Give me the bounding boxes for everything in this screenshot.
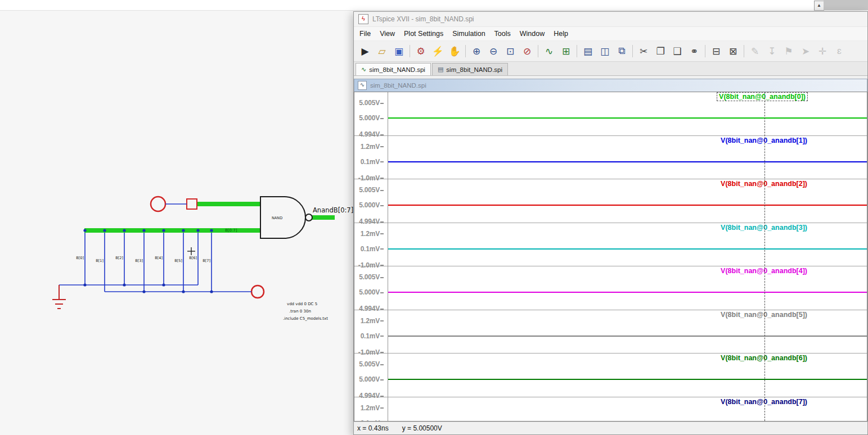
waveform-pane-2: 5.005V5.000V4.994VV(8bit_nan@0_anandb[2]… bbox=[354, 179, 867, 223]
menu-window[interactable]: Window bbox=[515, 28, 549, 39]
zoom-out-icon: ⊖ bbox=[489, 46, 497, 57]
trace-line-2[interactable] bbox=[388, 205, 867, 206]
waveform-tab-icon: ∿ bbox=[361, 66, 366, 73]
find-button[interactable]: ⚭ bbox=[686, 44, 702, 59]
trace-line-3[interactable] bbox=[388, 248, 867, 250]
run-simulation-icon: ⚡ bbox=[431, 46, 443, 57]
open-file-icon: ▱ bbox=[378, 46, 385, 57]
find-icon: ⚭ bbox=[690, 46, 698, 57]
trace-label-0[interactable]: V(8bit_nan@0_anandb[0]) bbox=[717, 93, 807, 101]
halt-button[interactable]: ✋ bbox=[447, 44, 462, 59]
zoom-full-button[interactable]: ⊡ bbox=[502, 44, 518, 59]
tab-netlist[interactable]: ▤ sim_8bit_NAND.spi bbox=[432, 63, 508, 75]
zoom-off-button[interactable]: ⊘ bbox=[519, 44, 535, 59]
waveform-pane-1: 1.2mV0.1mV-1.0mVV(8bit_nan@0_anandb[1]) bbox=[354, 136, 867, 180]
bus-net-label: B[0:7] bbox=[225, 228, 237, 233]
zoom-out-button[interactable]: ⊖ bbox=[485, 44, 501, 59]
net-label-b5: B[5] bbox=[174, 259, 182, 263]
ground-symbol[interactable] bbox=[52, 285, 66, 309]
run-icon: ▶ bbox=[361, 46, 368, 57]
port-circle-top[interactable] bbox=[151, 197, 165, 211]
trace-line-1[interactable] bbox=[388, 161, 867, 162]
menu-simulation[interactable]: Simulation bbox=[448, 28, 489, 39]
tab-waveform[interactable]: ∿ sim_8bit_NAND.spi bbox=[356, 63, 431, 75]
tile-vertical-icon: ◫ bbox=[600, 46, 609, 57]
control-panel-button[interactable]: ⚙ bbox=[413, 44, 429, 59]
copy-button[interactable]: ❐ bbox=[653, 44, 668, 59]
toolbar-separator bbox=[538, 45, 538, 57]
toolbar-separator bbox=[577, 45, 577, 57]
y-tick-label: 5.005V bbox=[354, 187, 384, 193]
waveform-pane-4: 5.005V5.000V4.994VV(8bit_nan@0_anandb[4]… bbox=[354, 266, 867, 310]
plot-area[interactable]: 5.005V5.000V4.994VV(8bit_nan@0_anandb[0]… bbox=[354, 92, 867, 422]
status-y-readout: y = 5.00500V bbox=[402, 424, 442, 432]
y-tick-label: 5.000V bbox=[354, 202, 384, 209]
net-label-b4: B[4] bbox=[155, 256, 163, 260]
toolbar-separator bbox=[465, 45, 466, 57]
save-button[interactable]: ▣ bbox=[391, 44, 407, 59]
bus-input-top-wire[interactable] bbox=[197, 202, 260, 206]
trace-line-0[interactable] bbox=[388, 117, 867, 119]
tile-horizontal-button[interactable]: ▤ bbox=[580, 44, 596, 59]
y-tick-label: 1.2mV bbox=[354, 405, 384, 411]
tab-netlist-label: sim_8bit_NAND.spi bbox=[446, 66, 502, 73]
trace-line-4[interactable] bbox=[388, 292, 867, 293]
crosshair-marker bbox=[187, 247, 195, 255]
desktop: ▲ B[0:7] NAND AnandB[0:7] bbox=[0, 0, 868, 435]
scroll-up-button[interactable]: ▲ bbox=[814, 1, 824, 11]
tile-horizontal-icon: ▤ bbox=[583, 46, 592, 57]
scrollbar-corner bbox=[824, 0, 868, 10]
cut-button[interactable]: ✂ bbox=[636, 44, 651, 59]
copy-icon: ❐ bbox=[656, 46, 664, 57]
menu-help[interactable]: Help bbox=[549, 28, 573, 39]
autorange-button[interactable]: ∿ bbox=[541, 44, 557, 59]
menu-bar: FileViewPlot SettingsSimulationToolsWind… bbox=[354, 27, 867, 41]
menu-tools[interactable]: Tools bbox=[490, 28, 515, 39]
paste-icon: ❑ bbox=[673, 46, 681, 57]
schematic-editor: B[0:7] NAND AnandB[0:7] bbox=[0, 0, 353, 435]
print-preview-icon: ⊠ bbox=[729, 46, 737, 57]
ground-tool-icon: ↧ bbox=[768, 46, 776, 57]
status-x-readout: x = 0.43ns bbox=[357, 424, 389, 432]
open-file-button[interactable]: ▱ bbox=[374, 44, 390, 59]
trace-line-5[interactable] bbox=[388, 336, 867, 337]
zoom-in-button[interactable]: ⊕ bbox=[469, 44, 484, 59]
menu-file[interactable]: File bbox=[355, 28, 375, 39]
window-titlebar[interactable]: ϟ LTspice XVII - sim_8bit_NAND.spi bbox=[354, 12, 867, 27]
run-button[interactable]: ▶ bbox=[357, 44, 373, 59]
port-square[interactable] bbox=[187, 199, 197, 209]
toolbar-separator bbox=[410, 45, 410, 57]
menu-view[interactable]: View bbox=[375, 28, 399, 39]
pencil-tool-icon: ✎ bbox=[751, 46, 759, 57]
trace-line-6[interactable] bbox=[388, 379, 867, 380]
cascade-windows-button[interactable]: ⧉ bbox=[614, 44, 629, 59]
net-label-b1: B[1] bbox=[96, 259, 104, 263]
mark-data-points-button[interactable]: ⊞ bbox=[558, 44, 574, 59]
print-icon: ⊟ bbox=[712, 46, 720, 57]
run-simulation-button[interactable]: ⚡ bbox=[430, 44, 446, 59]
print-button[interactable]: ⊟ bbox=[708, 44, 724, 59]
net-label-b2: B[2] bbox=[115, 256, 123, 260]
zoom-off-icon: ⊘ bbox=[523, 46, 531, 57]
mark-data-points-icon: ⊞ bbox=[562, 46, 570, 57]
cross-tool-button: ✛ bbox=[815, 44, 830, 59]
y-tick-label: 0.1mV bbox=[354, 246, 384, 252]
y-tick-label: 0.1mV bbox=[354, 333, 384, 339]
nand-gate-symbol[interactable] bbox=[260, 197, 305, 238]
tile-vertical-button[interactable]: ◫ bbox=[597, 44, 613, 59]
port-circle-vdd[interactable] bbox=[251, 286, 264, 298]
print-preview-button[interactable]: ⊠ bbox=[725, 44, 741, 59]
component-tool-button: ɛ bbox=[831, 44, 847, 59]
net-label-b0: B[0] bbox=[76, 256, 84, 260]
toolbar: ▶▱▣⚙⚡✋⊕⊖⊡⊘∿⊞▤◫⧉✂❐❑⚭⊟⊠✎↧⚑➤✛ɛ bbox=[354, 41, 867, 62]
netlist-tab-icon: ▤ bbox=[438, 66, 443, 73]
status-bar: x = 0.43ns y = 5.00500V bbox=[354, 422, 867, 434]
paste-button[interactable]: ❑ bbox=[669, 44, 685, 59]
menu-plot-settings[interactable]: Plot Settings bbox=[399, 28, 448, 39]
plot-window-titlebar[interactable]: ∿ sim_8bit_NAND.spi bbox=[354, 79, 867, 92]
move-tool-icon: ➤ bbox=[802, 46, 809, 57]
y-axis-line bbox=[388, 92, 388, 421]
bus-output-wire[interactable] bbox=[312, 215, 335, 220]
cursor-line[interactable] bbox=[764, 92, 766, 421]
y-tick-label: 5.000V bbox=[354, 376, 384, 383]
